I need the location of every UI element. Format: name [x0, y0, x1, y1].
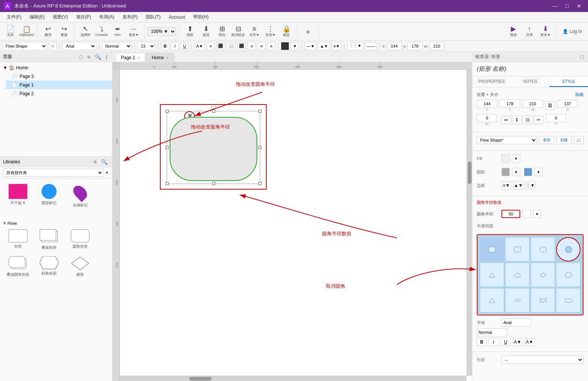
r-field[interactable] — [477, 114, 497, 122]
flip-v-btn[interactable]: ⇕ — [512, 116, 522, 124]
flow-item-rounded-rect[interactable]: 圆角矩形 — [66, 228, 94, 252]
menu-layout[interactable]: 布局(A) — [96, 12, 118, 22]
corner-type-dropdown[interactable]: ▼ — [533, 210, 541, 218]
corner-radius-input[interactable] — [501, 210, 520, 218]
pages-add-btn[interactable]: □ — [78, 53, 84, 61]
h-field[interactable] — [557, 100, 578, 108]
link-proportions-btn[interactable]: ⛓ — [545, 102, 555, 110]
font-select[interactable]: Arial — [63, 42, 96, 50]
pen-tool-button[interactable]: ✒ Pen — [110, 24, 125, 39]
menu-edit[interactable]: 编辑(E) — [26, 12, 48, 22]
insp-tab-style[interactable]: STYLE — [549, 76, 588, 87]
horizontal-scrollbar-thumb[interactable] — [189, 377, 212, 381]
extra-format-btn[interactable]: —— — [365, 42, 377, 50]
crop-btn[interactable]: ✂ — [534, 116, 543, 124]
flow-item-stack-rect[interactable]: 叠放矩形 — [35, 228, 63, 252]
shape-style-select[interactable]: Flow Shape* — [477, 136, 537, 144]
border-style-btn[interactable]: —▼ — [304, 42, 316, 50]
login-button[interactable]: 👤 Log In — [560, 27, 585, 36]
lib-search-btn[interactable]: 🔍 — [100, 158, 109, 166]
corner-type-swatch[interactable] — [522, 210, 531, 218]
v-align-btn3[interactable]: ≡ — [267, 42, 275, 50]
align-right-btn[interactable]: ⬛ — [237, 42, 246, 50]
fill-swatch[interactable] — [501, 154, 510, 163]
align-center-btn[interactable]: ⬜ — [227, 42, 236, 50]
select-tool-button[interactable]: ↖ 选择时 — [78, 24, 93, 39]
close-button[interactable]: ✕ — [574, 2, 584, 10]
fill-color-dropdown[interactable]: ▼ — [291, 42, 299, 50]
pages-collapse-btn[interactable]: ⟨ — [104, 53, 109, 61]
undo-button[interactable]: ↩ 撤消 — [40, 24, 55, 39]
text-bold-btn[interactable]: B — [477, 338, 487, 346]
more-format-btn[interactable]: ⋮⋮▼ — [347, 42, 363, 50]
share-button[interactable]: ↑ 共享 — [522, 24, 537, 39]
text-font-color-btn[interactable]: A▼ — [513, 338, 522, 346]
style-cell-8[interactable] — [480, 288, 504, 312]
align-left-btn[interactable]: ⬛ — [216, 42, 225, 50]
back-layer-button[interactable]: ⬇ 返回 — [198, 24, 213, 39]
distribute-button[interactable]: ⋮ 分布▼ — [263, 24, 278, 39]
tab-home-close[interactable]: × — [166, 55, 169, 60]
tree-item-page2[interactable]: 📄 Page 2 — [6, 89, 112, 98]
vertical-scrollbar-thumb[interactable] — [468, 161, 472, 184]
ungroup-button[interactable]: ⊟ 取消组合 — [231, 24, 246, 39]
menu-view[interactable]: 视图(V) — [49, 12, 72, 22]
flow-item-bevel-rect[interactable]: 斜角矩形 — [35, 255, 63, 279]
zoom-select[interactable]: 100% ▼ — [148, 27, 176, 36]
align-button[interactable]: ≡ 对齐▼ — [247, 24, 262, 39]
text-italic-btn[interactable]: I — [489, 338, 498, 346]
menu-publish[interactable]: 发布(P) — [119, 12, 141, 22]
x-field[interactable] — [477, 100, 497, 108]
style-cell-4[interactable] — [480, 263, 504, 287]
vertical-scrollbar[interactable] — [467, 70, 472, 376]
handle-tr[interactable] — [258, 110, 261, 113]
lib-dropdown-btn[interactable]: ▼ — [105, 170, 109, 175]
preview-button[interactable]: ▶ 预览 — [506, 24, 521, 39]
handle-tl[interactable] — [166, 110, 169, 113]
handle-ml[interactable] — [166, 146, 169, 149]
tab-page1[interactable]: Page 1 × — [115, 53, 145, 62]
style-cell-6[interactable] — [531, 263, 555, 287]
handle-tm[interactable] — [212, 110, 215, 113]
rotation-handle[interactable] — [211, 105, 216, 109]
handle-mr[interactable] — [258, 146, 261, 149]
style-select[interactable]: Normal — [102, 42, 132, 50]
top-layer-button[interactable]: ⬆ 顶层 — [182, 24, 197, 39]
border-color-btn[interactable]: ▲▼ — [318, 42, 330, 50]
style-cell-11[interactable] — [556, 288, 581, 312]
style-cell-1[interactable] — [480, 237, 504, 261]
menu-help[interactable]: 帮助(H) — [190, 12, 212, 22]
flow-item-stack-rounded[interactable]: 叠放圆角矩形 — [4, 255, 32, 279]
style-cell-7[interactable] — [556, 263, 581, 287]
t-field[interactable] — [546, 114, 566, 122]
publish-button[interactable]: ⬇ 发布▼ — [538, 24, 553, 39]
handle-bl[interactable] — [166, 182, 169, 185]
border-width-btn[interactable]: ⋮▼ — [525, 181, 535, 190]
more-options-button[interactable]: » — [300, 24, 315, 39]
rounded-shape[interactable] — [170, 117, 257, 181]
shape-type-icon-btn[interactable]: □ — [49, 42, 57, 50]
tree-item-page3[interactable]: 📄 Page 3 — [6, 72, 112, 81]
flip-h-btn[interactable]: ⇔ — [501, 116, 511, 124]
clipboard-button[interactable]: 📋 Clipboard — [19, 24, 34, 39]
handle-br[interactable] — [258, 182, 261, 185]
font-size-select[interactable]: 13 — [137, 42, 155, 50]
lib-menu-btn[interactable]: ≡ — [92, 158, 98, 166]
border-width-btn[interactable]: ≡▼ — [331, 42, 342, 50]
redo-button[interactable]: ↪ 重做 — [57, 24, 72, 39]
tree-folder-home[interactable]: ▼ 🏠 Home — [0, 64, 112, 72]
menu-team[interactable]: 团队(T) — [142, 12, 164, 22]
update-style-btn[interactable]: 更新 — [539, 136, 554, 144]
y-field[interactable] — [500, 100, 520, 108]
pages-search-btn[interactable]: 🔍 — [93, 53, 103, 61]
font-family-input[interactable] — [501, 318, 531, 327]
menu-file[interactable]: 文件(F) — [3, 12, 25, 22]
font-color-button[interactable]: A▼ — [194, 42, 205, 50]
shadow-color-dropdown[interactable]: ▼ — [534, 168, 543, 176]
menu-project[interactable]: 项目(P) — [72, 12, 95, 22]
v-align-btn1[interactable]: ≡ — [248, 42, 256, 50]
hidden-link[interactable]: 隐藏 — [575, 92, 584, 97]
underline-button[interactable]: U — [181, 42, 189, 50]
shadow-color-swatch[interactable] — [524, 168, 532, 176]
font-style-input[interactable] — [477, 328, 507, 336]
